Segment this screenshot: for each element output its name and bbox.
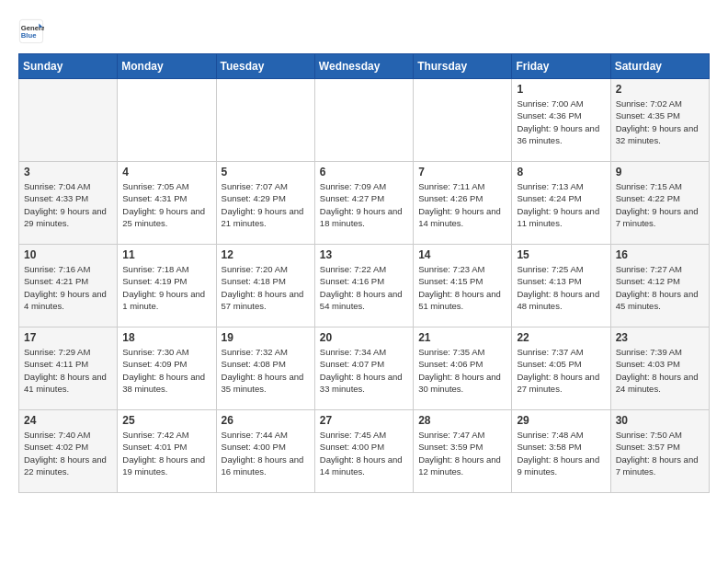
calendar-day-cell: 27Sunrise: 7:45 AM Sunset: 4:00 PM Dayli… [314,410,413,493]
calendar-weekday-header: Friday [512,54,610,79]
day-number: 30 [616,414,704,427]
calendar-day-cell: 15Sunrise: 7:25 AM Sunset: 4:13 PM Dayli… [512,245,610,327]
day-info: Sunrise: 7:15 AM Sunset: 4:22 PM Dayligh… [616,180,704,229]
day-number: 14 [418,248,506,261]
calendar-day-cell: 22Sunrise: 7:37 AM Sunset: 4:05 PM Dayli… [512,327,610,410]
day-info: Sunrise: 7:22 AM Sunset: 4:16 PM Dayligh… [320,263,408,312]
calendar-day-cell: 20Sunrise: 7:34 AM Sunset: 4:07 PM Dayli… [314,327,413,410]
calendar-day-cell: 3Sunrise: 7:04 AM Sunset: 4:33 PM Daylig… [19,162,118,245]
day-number: 22 [517,331,605,344]
calendar-day-cell: 7Sunrise: 7:11 AM Sunset: 4:26 PM Daylig… [414,162,512,245]
day-info: Sunrise: 7:35 AM Sunset: 4:06 PM Dayligh… [418,346,506,395]
day-info: Sunrise: 7:25 AM Sunset: 4:13 PM Dayligh… [517,263,605,312]
calendar-day-cell [19,79,118,162]
calendar-week-row: 1Sunrise: 7:00 AM Sunset: 4:36 PM Daylig… [19,79,710,162]
calendar-day-cell: 17Sunrise: 7:29 AM Sunset: 4:11 PM Dayli… [19,327,118,410]
day-number: 27 [320,414,408,427]
day-info: Sunrise: 7:02 AM Sunset: 4:35 PM Dayligh… [616,98,704,146]
day-info: Sunrise: 7:05 AM Sunset: 4:31 PM Dayligh… [122,180,210,229]
day-number: 16 [616,248,704,261]
day-info: Sunrise: 7:27 AM Sunset: 4:12 PM Dayligh… [616,263,704,312]
calendar-weekday-header: Thursday [414,54,512,79]
calendar-week-row: 24Sunrise: 7:40 AM Sunset: 4:02 PM Dayli… [19,410,710,493]
svg-text:General: General [21,24,44,32]
day-number: 26 [222,414,310,427]
calendar-day-cell: 19Sunrise: 7:32 AM Sunset: 4:08 PM Dayli… [216,327,314,410]
day-info: Sunrise: 7:16 AM Sunset: 4:21 PM Dayligh… [24,263,112,312]
day-number: 15 [517,248,605,261]
calendar-day-cell [314,79,413,162]
calendar-day-cell: 6Sunrise: 7:09 AM Sunset: 4:27 PM Daylig… [314,162,413,245]
day-info: Sunrise: 7:29 AM Sunset: 4:11 PM Dayligh… [24,346,112,395]
calendar-day-cell: 5Sunrise: 7:07 AM Sunset: 4:29 PM Daylig… [216,162,314,245]
day-number: 1 [517,83,605,96]
day-info: Sunrise: 7:13 AM Sunset: 4:24 PM Dayligh… [517,180,605,229]
calendar-day-cell: 13Sunrise: 7:22 AM Sunset: 4:16 PM Dayli… [314,245,413,327]
day-info: Sunrise: 7:37 AM Sunset: 4:05 PM Dayligh… [517,346,605,395]
day-number: 7 [418,166,506,178]
day-number: 3 [24,166,112,178]
day-info: Sunrise: 7:09 AM Sunset: 4:27 PM Dayligh… [320,180,408,229]
calendar-day-cell [414,79,512,162]
calendar-day-cell: 26Sunrise: 7:44 AM Sunset: 4:00 PM Dayli… [216,410,314,493]
calendar-weekday-header: Tuesday [216,54,314,79]
calendar-day-cell: 29Sunrise: 7:48 AM Sunset: 3:58 PM Dayli… [512,410,610,493]
day-number: 20 [320,331,408,344]
day-number: 17 [24,331,112,344]
calendar-day-cell: 11Sunrise: 7:18 AM Sunset: 4:19 PM Dayli… [118,245,216,327]
calendar-weekday-header: Wednesday [314,54,413,79]
calendar-week-row: 10Sunrise: 7:16 AM Sunset: 4:21 PM Dayli… [19,245,710,327]
day-number: 8 [517,166,605,178]
day-info: Sunrise: 7:48 AM Sunset: 3:58 PM Dayligh… [517,429,605,477]
svg-text:Blue: Blue [21,31,37,40]
calendar-day-cell: 30Sunrise: 7:50 AM Sunset: 3:57 PM Dayli… [610,410,709,493]
calendar-day-cell: 25Sunrise: 7:42 AM Sunset: 4:01 PM Dayli… [118,410,216,493]
day-info: Sunrise: 7:11 AM Sunset: 4:26 PM Dayligh… [418,180,506,229]
day-number: 9 [616,166,704,178]
calendar-day-cell [216,79,314,162]
day-info: Sunrise: 7:32 AM Sunset: 4:08 PM Dayligh… [222,346,310,395]
day-number: 18 [122,331,210,344]
day-info: Sunrise: 7:34 AM Sunset: 4:07 PM Dayligh… [320,346,408,395]
day-number: 23 [616,331,704,344]
day-info: Sunrise: 7:39 AM Sunset: 4:03 PM Dayligh… [616,346,704,395]
page-header: General Blue [18,18,710,44]
calendar-day-cell: 14Sunrise: 7:23 AM Sunset: 4:15 PM Dayli… [414,245,512,327]
calendar-week-row: 17Sunrise: 7:29 AM Sunset: 4:11 PM Dayli… [19,327,710,410]
calendar-header-row: SundayMondayTuesdayWednesdayThursdayFrid… [19,54,710,79]
day-number: 25 [122,414,210,427]
calendar-day-cell [118,79,216,162]
day-number: 6 [320,166,408,178]
day-info: Sunrise: 7:00 AM Sunset: 4:36 PM Dayligh… [517,98,605,146]
calendar-day-cell: 12Sunrise: 7:20 AM Sunset: 4:18 PM Dayli… [216,245,314,327]
calendar-weekday-header: Saturday [610,54,709,79]
calendar-day-cell: 1Sunrise: 7:00 AM Sunset: 4:36 PM Daylig… [512,79,610,162]
day-number: 24 [24,414,112,427]
day-info: Sunrise: 7:23 AM Sunset: 4:15 PM Dayligh… [418,263,506,312]
day-info: Sunrise: 7:18 AM Sunset: 4:19 PM Dayligh… [122,263,210,312]
calendar-day-cell: 9Sunrise: 7:15 AM Sunset: 4:22 PM Daylig… [610,162,709,245]
day-number: 4 [122,166,210,178]
calendar-day-cell: 18Sunrise: 7:30 AM Sunset: 4:09 PM Dayli… [118,327,216,410]
day-info: Sunrise: 7:40 AM Sunset: 4:02 PM Dayligh… [24,429,112,477]
calendar-day-cell: 24Sunrise: 7:40 AM Sunset: 4:02 PM Dayli… [19,410,118,493]
day-info: Sunrise: 7:47 AM Sunset: 3:59 PM Dayligh… [418,429,506,477]
day-number: 2 [616,83,704,96]
day-number: 19 [222,331,310,344]
calendar-day-cell: 10Sunrise: 7:16 AM Sunset: 4:21 PM Dayli… [19,245,118,327]
day-info: Sunrise: 7:50 AM Sunset: 3:57 PM Dayligh… [616,429,704,477]
calendar-day-cell: 8Sunrise: 7:13 AM Sunset: 4:24 PM Daylig… [512,162,610,245]
calendar-day-cell: 4Sunrise: 7:05 AM Sunset: 4:31 PM Daylig… [118,162,216,245]
calendar-weekday-header: Sunday [19,54,118,79]
day-info: Sunrise: 7:20 AM Sunset: 4:18 PM Dayligh… [222,263,310,312]
calendar-day-cell: 2Sunrise: 7:02 AM Sunset: 4:35 PM Daylig… [610,79,709,162]
calendar-weekday-header: Monday [118,54,216,79]
logo-icon: General Blue [18,18,44,44]
day-info: Sunrise: 7:44 AM Sunset: 4:00 PM Dayligh… [222,429,310,477]
day-number: 12 [222,248,310,261]
day-number: 21 [418,331,506,344]
day-info: Sunrise: 7:07 AM Sunset: 4:29 PM Dayligh… [222,180,310,229]
day-number: 13 [320,248,408,261]
day-info: Sunrise: 7:42 AM Sunset: 4:01 PM Dayligh… [122,429,210,477]
calendar-table: SundayMondayTuesdayWednesdayThursdayFrid… [18,53,710,493]
